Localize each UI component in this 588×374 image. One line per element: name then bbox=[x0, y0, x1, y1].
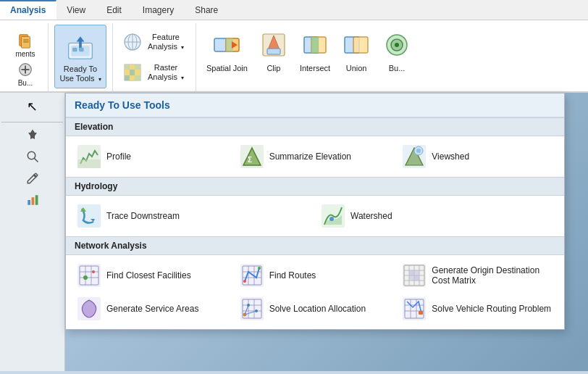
sidebar-item-arrow[interactable]: ↖ bbox=[1, 96, 63, 119]
svg-rect-55 bbox=[77, 204, 101, 228]
sidebar-item-search[interactable] bbox=[1, 147, 63, 167]
union-icon bbox=[342, 28, 371, 62]
menu-tab-view[interactable]: View bbox=[56, 0, 96, 20]
buffer-icon bbox=[382, 28, 411, 62]
feature-analysis-label: Feature Analysis ▾ bbox=[146, 33, 186, 51]
sidebar-item-edit[interactable] bbox=[1, 169, 63, 189]
generate-service-areas-label: Generate Service Areas bbox=[106, 304, 198, 314]
svg-rect-11 bbox=[79, 48, 83, 51]
svg-rect-88 bbox=[240, 297, 264, 320]
documents-label: ments bbox=[15, 50, 35, 59]
svg-point-98 bbox=[255, 309, 258, 312]
sidebar: ↖ bbox=[0, 93, 65, 371]
svg-rect-84 bbox=[414, 270, 419, 275]
find-routes-tool[interactable]: Find Routes bbox=[235, 259, 396, 291]
analysis-group: Feature Analysis ▾ bbox=[113, 23, 196, 91]
svg-rect-22 bbox=[135, 70, 140, 75]
spatial-tools-group: Spatial Join Clip Intersec bbox=[196, 23, 421, 91]
svg-rect-18 bbox=[130, 65, 135, 70]
svg-rect-24 bbox=[130, 75, 135, 80]
profile-label: Profile bbox=[106, 151, 131, 162]
menu-tab-share[interactable]: Share bbox=[185, 0, 229, 20]
clip-icon bbox=[259, 28, 288, 62]
svg-rect-45 bbox=[35, 195, 38, 205]
ribbon: ments Bu... bbox=[0, 20, 588, 93]
documents-icon bbox=[12, 33, 38, 49]
union-button[interactable]: Union bbox=[337, 25, 375, 88]
sidebar-item-pin[interactable] bbox=[1, 125, 63, 146]
menu-tab-analysis[interactable]: Analysis bbox=[0, 0, 56, 20]
sidebar-item-chart[interactable] bbox=[1, 191, 63, 211]
feature-analysis-icon bbox=[122, 32, 143, 52]
raster-analysis-button[interactable]: Raster Analysis ▾ bbox=[119, 58, 190, 87]
arrow-icon: ↖ bbox=[27, 99, 38, 115]
summarize-elevation-tool[interactable]: Σ Summarize Elevation bbox=[235, 141, 396, 173]
svg-line-42 bbox=[34, 158, 38, 162]
trace-downstream-tool[interactable]: Trace Downstream bbox=[72, 200, 314, 232]
trace-downstream-label: Trace Downstream bbox=[106, 211, 180, 221]
tools-group: ments Bu... bbox=[3, 23, 49, 91]
raster-analysis-icon bbox=[122, 62, 143, 83]
ready-to-use-panel: Ready To Use Tools Elevation Profile bbox=[65, 93, 565, 330]
menu-tab-edit[interactable]: Edit bbox=[96, 0, 133, 20]
solve-vehicle-routing-tool[interactable]: Solve Vehicle Routing Problem bbox=[397, 293, 558, 325]
svg-text:Σ: Σ bbox=[248, 156, 252, 164]
spatial-join-button[interactable]: Spatial Join bbox=[202, 25, 252, 88]
viewshed-tool[interactable]: Viewshed bbox=[397, 141, 558, 173]
menu-tab-imagery[interactable]: Imagery bbox=[133, 0, 185, 20]
profile-tool[interactable]: Profile bbox=[72, 141, 233, 173]
watershed-tool[interactable]: Watershed bbox=[316, 200, 558, 232]
svg-rect-23 bbox=[125, 75, 130, 80]
ready-to-use-group: Ready ToUse Tools ▾ bbox=[49, 23, 113, 91]
generate-od-matrix-tool[interactable]: Generate Origin Destination Cost Matrix bbox=[397, 259, 558, 291]
svg-rect-25 bbox=[135, 75, 140, 80]
intersect-label: Intersect bbox=[300, 64, 330, 73]
svg-point-74 bbox=[258, 267, 261, 270]
svg-rect-10 bbox=[72, 48, 77, 51]
svg-point-97 bbox=[247, 304, 250, 307]
documents-button[interactable]: ments bbox=[9, 30, 42, 59]
tools-icon bbox=[12, 62, 38, 78]
find-closest-facilities-label: Find Closest Facilities bbox=[106, 270, 191, 280]
solve-location-allocation-label: Solve Location Allocation bbox=[269, 304, 366, 314]
svg-rect-19 bbox=[135, 65, 140, 70]
svg-point-58 bbox=[329, 217, 334, 221]
svg-rect-83 bbox=[409, 270, 414, 275]
svg-rect-17 bbox=[125, 65, 130, 70]
hydrology-header: Hydrology bbox=[66, 177, 564, 196]
solve-location-allocation-tool[interactable]: Solve Location Allocation bbox=[235, 293, 396, 325]
hydrology-tools: Trace Downstream Watershed bbox=[66, 196, 564, 236]
svg-rect-32 bbox=[267, 49, 280, 54]
viewshed-label: Viewshed bbox=[432, 151, 469, 162]
spatial-join-label: Spatial Join bbox=[206, 64, 248, 73]
intersect-button[interactable]: Intersect bbox=[295, 25, 335, 88]
pencil-icon bbox=[26, 172, 39, 186]
svg-rect-35 bbox=[311, 37, 319, 53]
pin-icon bbox=[26, 128, 39, 143]
svg-rect-20 bbox=[125, 70, 130, 75]
svg-rect-99 bbox=[403, 297, 426, 320]
buffer-label: Bu... bbox=[389, 64, 406, 73]
svg-rect-44 bbox=[31, 197, 34, 205]
network-analysis-header: Network Analysis bbox=[66, 236, 564, 255]
tools-button[interactable]: Bu... bbox=[9, 59, 42, 88]
clip-button[interactable]: Clip bbox=[255, 25, 293, 88]
union-label: Union bbox=[346, 64, 367, 73]
svg-point-54 bbox=[416, 149, 421, 153]
svg-point-41 bbox=[28, 151, 35, 159]
raster-analysis-label: Raster Analysis ▾ bbox=[146, 63, 186, 82]
find-routes-label: Find Routes bbox=[269, 270, 316, 280]
find-closest-facilities-tool[interactable]: Find Closest Facilities bbox=[72, 259, 233, 291]
spatial-join-icon bbox=[212, 28, 241, 62]
svg-rect-37 bbox=[353, 37, 368, 53]
buffer-button[interactable]: Bu... bbox=[378, 25, 416, 88]
generate-od-matrix-label: Generate Origin Destination Cost Matrix bbox=[432, 265, 553, 286]
svg-rect-86 bbox=[414, 275, 419, 280]
tools-label: Bu... bbox=[18, 79, 33, 88]
workspace: ↖ bbox=[0, 93, 588, 371]
generate-service-areas-tool[interactable]: Generate Service Areas bbox=[72, 293, 233, 325]
elevation-header: Elevation bbox=[66, 117, 564, 136]
summarize-elevation-label: Summarize Elevation bbox=[269, 151, 351, 162]
feature-analysis-button[interactable]: Feature Analysis ▾ bbox=[119, 28, 190, 57]
ready-to-use-button[interactable]: Ready ToUse Tools ▾ bbox=[54, 25, 106, 88]
